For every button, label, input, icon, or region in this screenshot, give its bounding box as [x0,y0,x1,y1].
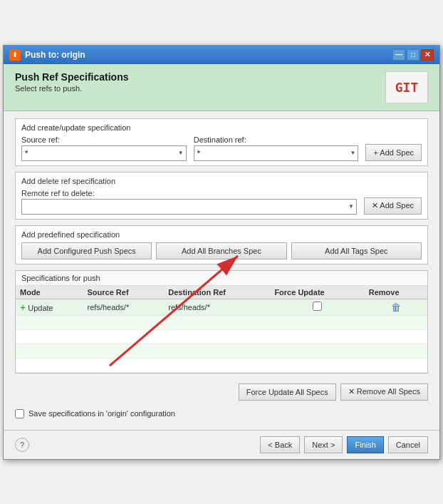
delete-row-icon[interactable]: 🗑 [391,302,401,313]
dest-ref-wrapper: * ▼ [194,145,359,161]
delete-ref-section: Add delete ref specification Remote ref … [15,172,428,220]
title-bar-left: ⬆ Push to: origin [9,49,85,61]
row-source-ref: refs/heads/* [83,299,165,315]
close-button[interactable]: ✕ [421,49,434,61]
predefined-section: Add predefined specification Add Configu… [15,225,428,264]
content-area: Add create/update specification Source r… [4,111,439,430]
table-row [16,329,427,344]
window-title: Push to: origin [25,50,85,60]
table-row: + Update refs/heads/* refs/heads/* 🗑 [16,299,427,315]
dest-ref-field: Destination ref: * ▼ [194,135,359,161]
dest-ref-select[interactable]: * [194,145,359,161]
specs-header: Specifications for push [16,271,427,286]
col-remove: Remove [365,286,427,299]
table-row [16,315,427,329]
col-force-update: Force Update [270,286,364,299]
specs-section: Specifications for push Mode Source Ref … [15,270,428,374]
row-remove-cell: 🗑 [365,299,427,315]
header-text: Push Ref Specifications Select refs to p… [15,71,128,93]
col-dest-ref: Destination Ref [164,286,270,299]
specs-table-body: + Update refs/heads/* refs/heads/* 🗑 [16,299,427,372]
col-source-ref: Source Ref [83,286,165,299]
mode-plus-icon: + [20,302,26,313]
predefined-label: Add predefined specification [21,230,422,239]
row-dest-ref: refs/heads/* [164,299,270,315]
source-ref-wrapper: * ▼ [21,145,187,161]
finish-button[interactable]: Finish [347,436,383,453]
save-config-row: Save specifications in 'origin' configur… [15,405,428,423]
page-subtitle: Select refs to push. [15,84,128,93]
specs-actions: Force Update All Specs ✕ Remove All Spec… [15,379,428,405]
remote-ref-wrapper: ▼ [21,199,357,215]
specs-table-header-row: Mode Source Ref Destination Ref Force Up… [16,286,427,299]
col-mode: Mode [16,286,83,299]
add-all-branches-spec-button[interactable]: Add All Branches Spec [156,242,286,259]
create-update-section: Add create/update specification Source r… [15,118,428,166]
title-bar: ⬆ Push to: origin — □ ✕ [4,46,439,64]
minimize-button[interactable]: — [392,49,405,61]
specs-table-head: Mode Source Ref Destination Ref Force Up… [16,286,427,299]
source-ref-select[interactable]: * [21,145,187,161]
cancel-button[interactable]: Cancel [388,436,428,453]
git-logo: GIT [385,71,428,103]
create-update-label: Add create/update specification [21,123,422,132]
maximize-button[interactable]: □ [407,49,419,61]
next-button[interactable]: Next > [304,436,343,453]
force-update-all-specs-button[interactable]: Force Update All Specs [239,384,336,401]
remote-ref-label: Remote ref to delete: [21,189,357,197]
force-update-checkbox[interactable] [313,302,322,311]
help-button[interactable]: ? [15,438,29,452]
title-controls: — □ ✕ [392,49,434,61]
add-spec-button[interactable]: + Add Spec [365,144,422,161]
row-mode: Update [28,304,53,312]
delete-ref-label: Add delete ref specification [21,177,422,185]
add-configured-push-specs-button[interactable]: Add Configured Push Specs [21,242,152,259]
source-ref-label: Source ref: [21,135,187,144]
delete-ref-form-row: Remote ref to delete: ▼ ✕ Add Spec [21,189,422,215]
table-row [16,344,427,358]
page-title: Push Ref Specifications [15,71,128,83]
source-ref-field: Source ref: * ▼ [21,135,187,161]
delete-add-spec-button[interactable]: ✕ Add Spec [364,197,422,215]
back-button[interactable]: < Back [260,436,300,453]
window-icon: ⬆ [9,49,21,61]
row-force-update-cell [270,299,364,315]
save-config-checkbox[interactable] [15,409,24,418]
add-all-tags-spec-button[interactable]: Add All Tags Spec [291,242,422,259]
predefined-buttons-row: Add Configured Push Specs Add All Branch… [21,242,422,259]
row-mode-cell: + Update [16,299,83,315]
remote-ref-select[interactable] [21,199,357,215]
header-section: Push Ref Specifications Select refs to p… [4,64,439,111]
save-config-label: Save specifications in 'origin' configur… [28,409,175,418]
specs-table: Mode Source Ref Destination Ref Force Up… [16,286,427,373]
remote-ref-field: Remote ref to delete: ▼ [21,189,357,215]
table-row [16,358,427,372]
remove-all-specs-button[interactable]: ✕ Remove All Specs [340,384,428,401]
footer: ? < Back Next > Finish Cancel [4,430,439,459]
footer-buttons: < Back Next > Finish Cancel [260,436,428,453]
main-window: ⬆ Push to: origin — □ ✕ Push Ref Specifi… [3,45,440,460]
dest-ref-label: Destination ref: [194,135,359,144]
create-update-form-row: Source ref: * ▼ Destination ref: * [21,135,422,161]
